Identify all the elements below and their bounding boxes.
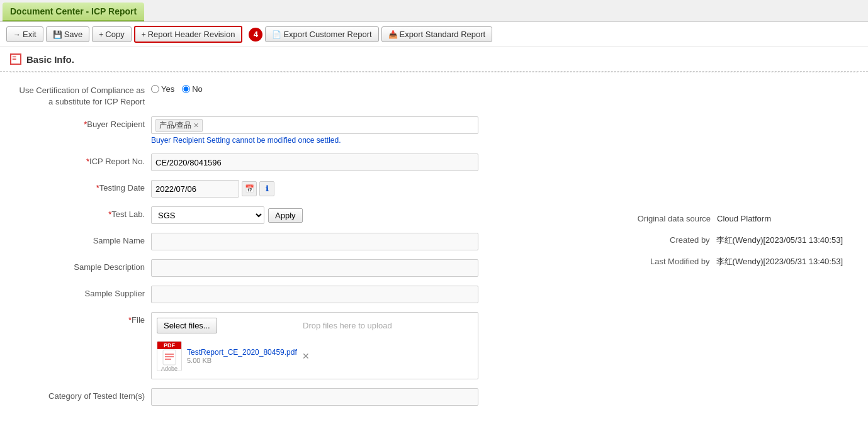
testing-date-label: *Testing Date (13, 180, 151, 194)
pdf-graphic (162, 349, 176, 366)
file-info: TestReport_CE_2020_80459.pdf 5.00 KB (187, 348, 297, 364)
icp-report-no-label: *ICP Report No. (13, 154, 151, 167)
basic-info-section: Basic Info. (0, 47, 868, 72)
file-row: *File Select files... Drop files here to… (13, 312, 855, 379)
last-modified-by-label: Last Modified by (650, 254, 710, 270)
info-icon-btn[interactable]: ℹ (259, 181, 274, 196)
certification-radio-group: Yes No (151, 82, 478, 94)
file-size: 5.00 KB (187, 357, 297, 364)
step-badge: 4 (249, 28, 262, 42)
created-by-value: 李红(Wendy)[2023/05/31 13:40:53] (716, 232, 843, 248)
category-label: Category of Tested Item(s) (13, 388, 151, 402)
file-name[interactable]: TestReport_CE_2020_80459.pdf (187, 348, 297, 357)
export-standard-report-button[interactable]: 📥 Export Standard Report (381, 26, 493, 42)
category-input[interactable] (151, 388, 478, 406)
copy-button[interactable]: + Copy (92, 26, 131, 42)
copy-icon: + (99, 30, 103, 39)
drop-hint: Drop files here to upload (222, 321, 473, 330)
buyer-recipient-tag-input[interactable]: 产品/查品 ✕ (151, 116, 478, 134)
sample-name-input[interactable] (151, 233, 478, 250)
file-label: *File (13, 312, 151, 326)
sample-description-input[interactable] (151, 259, 478, 277)
toolbar: → Exit 💾 Save + Copy + Report Header Rev… (0, 22, 868, 47)
page-title: Document Center - ICP Report (3, 3, 144, 21)
buyer-recipient-row: *Buyer Recipient 产品/查品 ✕ Buyer Recipient… (13, 116, 855, 145)
certification-yes-option[interactable]: Yes (151, 84, 174, 94)
buyer-recipient-label: *Buyer Recipient (13, 116, 151, 130)
original-data-source-label: Original data source (638, 211, 711, 227)
file-upload-header: Select files... Drop files here to uploa… (157, 318, 473, 333)
buyer-recipient-control: 产品/查品 ✕ Buyer Recipient Setting cannot b… (151, 116, 478, 145)
original-data-source-row: Original data source Cloud Platform (638, 211, 843, 227)
report-header-revision-button[interactable]: + Report Header Revision (134, 26, 243, 43)
test-lab-label: *Test Lab. (13, 206, 151, 220)
right-info-panel: Original data source Cloud Platform Crea… (638, 211, 843, 275)
content-area: Basic Info. Use Certification of Complia… (0, 47, 868, 425)
save-button[interactable]: 💾 Save (46, 26, 90, 42)
sample-name-label: Sample Name (13, 233, 151, 247)
icp-report-no-input[interactable] (151, 154, 478, 171)
certification-label: Use Certification of Compliance as a sub… (13, 82, 151, 108)
created-by-row: Created by 李红(Wendy)[2023/05/31 13:40:53… (638, 232, 843, 248)
certification-no-option[interactable]: No (182, 84, 203, 94)
certification-row: Use Certification of Compliance as a sub… (13, 82, 855, 108)
export-customer-report-button[interactable]: 📄 Export Customer Report (265, 26, 378, 42)
sample-description-control (151, 259, 478, 277)
pdf-icon: PDF Adobe (157, 341, 182, 371)
last-modified-by-value: 李红(Wendy)[2023/05/31 13:40:53] (716, 254, 843, 270)
test-lab-select-wrap: SGS Apply (151, 206, 478, 224)
buyer-recipient-tag-remove[interactable]: ✕ (193, 121, 199, 130)
test-lab-control: SGS Apply (151, 206, 478, 224)
certification-yes-radio[interactable] (151, 85, 159, 93)
test-lab-select[interactable]: SGS (151, 206, 264, 224)
calendar-icon: 📅 (245, 184, 254, 193)
save-icon: 💾 (53, 30, 62, 39)
section-title: Basic Info. (26, 54, 74, 65)
calendar-icon-btn[interactable]: 📅 (242, 181, 257, 196)
certification-control: Yes No (151, 82, 478, 94)
section-icon (10, 53, 21, 65)
original-data-source-value: Cloud Platform (717, 211, 843, 227)
select-files-button[interactable]: Select files... (157, 318, 217, 333)
sample-supplier-row: Sample Supplier (13, 286, 855, 303)
testing-date-control: 📅 ℹ (151, 180, 478, 198)
icp-report-no-control (151, 154, 478, 171)
testing-date-input[interactable] (151, 180, 239, 198)
buyer-recipient-warning: Buyer Recipient Setting cannot be modifi… (151, 136, 478, 145)
certification-no-radio[interactable] (182, 85, 190, 93)
file-upload-area: Select files... Drop files here to uploa… (151, 312, 478, 379)
testing-date-wrap: 📅 ℹ (151, 180, 478, 198)
export-customer-icon: 📄 (272, 30, 281, 39)
sample-supplier-label: Sample Supplier (13, 286, 151, 299)
category-row: Category of Tested Item(s) (13, 388, 855, 406)
report-header-icon: + (142, 30, 146, 39)
sample-name-control (151, 233, 478, 250)
testing-date-row: *Testing Date 📅 ℹ (13, 180, 855, 198)
svg-rect-0 (163, 350, 176, 365)
category-control (151, 388, 478, 406)
exit-icon: → (13, 30, 21, 39)
created-by-label: Created by (670, 232, 710, 248)
icp-report-no-row: *ICP Report No. (13, 154, 855, 171)
last-modified-by-row: Last Modified by 李红(Wendy)[2023/05/31 13… (638, 254, 843, 270)
info-icon: ℹ (266, 184, 269, 193)
exit-button[interactable]: → Exit (6, 26, 43, 42)
file-item: PDF Adobe (157, 338, 473, 374)
sample-supplier-input[interactable] (151, 286, 478, 303)
export-standard-icon: 📥 (388, 30, 398, 39)
apply-button[interactable]: Apply (268, 208, 303, 223)
sample-description-label: Sample Description (13, 259, 151, 273)
sample-supplier-control (151, 286, 478, 303)
file-control: Select files... Drop files here to uploa… (151, 312, 478, 379)
buyer-recipient-tag: 产品/查品 ✕ (155, 119, 203, 132)
file-delete-button[interactable]: ✕ (302, 351, 310, 361)
